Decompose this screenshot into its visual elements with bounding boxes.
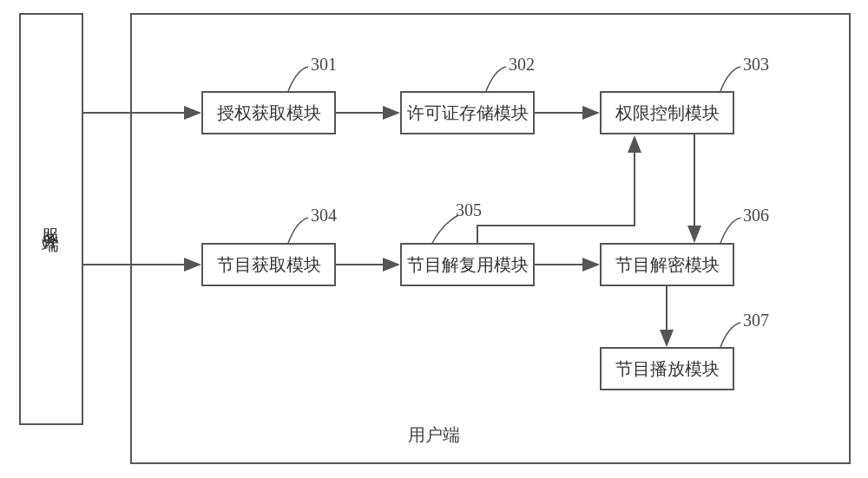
box-303: 权限控制模块	[600, 91, 734, 134]
num-306: 306	[743, 206, 769, 226]
box-301-label: 授权获取模块	[217, 101, 321, 125]
server-label: 服务端	[40, 214, 63, 225]
num-305: 305	[456, 200, 482, 220]
box-304: 节目获取模块	[201, 243, 336, 286]
box-304-label: 节目获取模块	[217, 253, 321, 277]
num-307: 307	[743, 311, 769, 331]
server-box: 服务端	[19, 13, 83, 425]
box-307-label: 节目播放模块	[615, 357, 720, 381]
box-302: 许可证存储模块	[400, 91, 535, 134]
client-box	[130, 13, 851, 464]
box-306-label: 节目解密模块	[615, 253, 720, 277]
box-306: 节目解密模块	[600, 243, 734, 286]
box-307: 节目播放模块	[600, 347, 734, 390]
box-303-label: 权限控制模块	[615, 101, 720, 125]
box-305-label: 节目解复用模块	[407, 253, 529, 277]
box-302-label: 许可证存储模块	[407, 101, 529, 125]
num-301: 301	[311, 55, 337, 75]
num-304: 304	[311, 206, 337, 226]
box-301: 授权获取模块	[201, 91, 336, 134]
client-label: 用户端	[408, 423, 460, 447]
box-305: 节目解复用模块	[400, 243, 535, 286]
num-303: 303	[743, 55, 769, 75]
num-302: 302	[509, 55, 535, 75]
